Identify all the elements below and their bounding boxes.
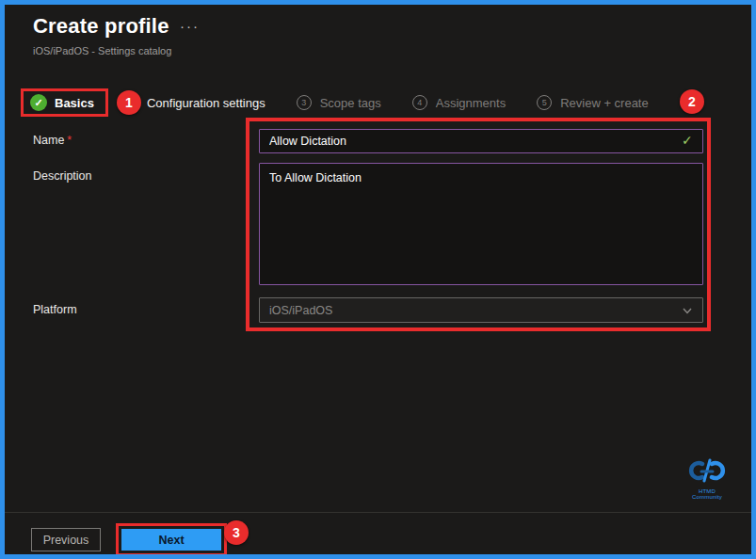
- description-textarea[interactable]: To Allow Dictation: [259, 163, 703, 285]
- next-button[interactable]: Next: [121, 529, 221, 551]
- platform-selected-value: iOS/iPadOS: [269, 304, 682, 317]
- valid-check-icon: ✓: [682, 133, 693, 148]
- name-input[interactable]: [259, 129, 703, 153]
- step-number-icon: 3: [297, 95, 312, 110]
- step-number-icon: 5: [537, 95, 552, 110]
- tab-assignments-label: Assignments: [436, 96, 506, 110]
- required-marker: *: [67, 134, 72, 147]
- htmd-logo-text: HTMD Community: [683, 488, 732, 500]
- footer-divider: [5, 512, 751, 513]
- tab-review-create-label: Review + create: [560, 96, 649, 110]
- tab-basics[interactable]: Basics: [55, 96, 94, 110]
- name-label-text: Name: [33, 134, 64, 147]
- wizard-steps: ✓ Basics 1 Configuration settings 3 Scop…: [21, 89, 649, 116]
- description-label: Description: [33, 169, 92, 183]
- previous-button[interactable]: Previous: [31, 528, 101, 551]
- more-options-button[interactable]: ···: [180, 18, 200, 34]
- tab-scope-tags-label: Scope tags: [320, 96, 381, 110]
- tab-assignments[interactable]: 4 Assignments: [412, 95, 506, 110]
- tab-scope-tags[interactable]: 3 Scope tags: [297, 95, 381, 110]
- step-number-icon: 4: [412, 95, 427, 110]
- create-profile-window: Create profile ··· iOS/iPadOS - Settings…: [0, 0, 756, 559]
- annotation-badge-3: 3: [224, 520, 249, 545]
- name-label: Name*: [33, 134, 72, 147]
- annotation-box-basics: ✓ Basics: [21, 88, 108, 117]
- htmd-community-logo: HTMD Community: [683, 458, 732, 500]
- page-subtitle: iOS/iPadOS - Settings catalog: [33, 45, 171, 56]
- annotation-badge-1: 1: [117, 90, 141, 115]
- page-title: Create profile: [33, 14, 169, 39]
- step-completed-check-icon: ✓: [30, 94, 47, 111]
- platform-dropdown[interactable]: iOS/iPadOS: [259, 297, 703, 323]
- annotation-badge-2: 2: [680, 89, 704, 114]
- tab-review-create[interactable]: 5 Review + create: [537, 95, 649, 110]
- htmd-logo-icon: [686, 458, 728, 483]
- tab-configuration-settings[interactable]: Configuration settings: [147, 96, 265, 110]
- platform-label: Platform: [33, 303, 77, 316]
- chevron-down-icon: [682, 305, 693, 316]
